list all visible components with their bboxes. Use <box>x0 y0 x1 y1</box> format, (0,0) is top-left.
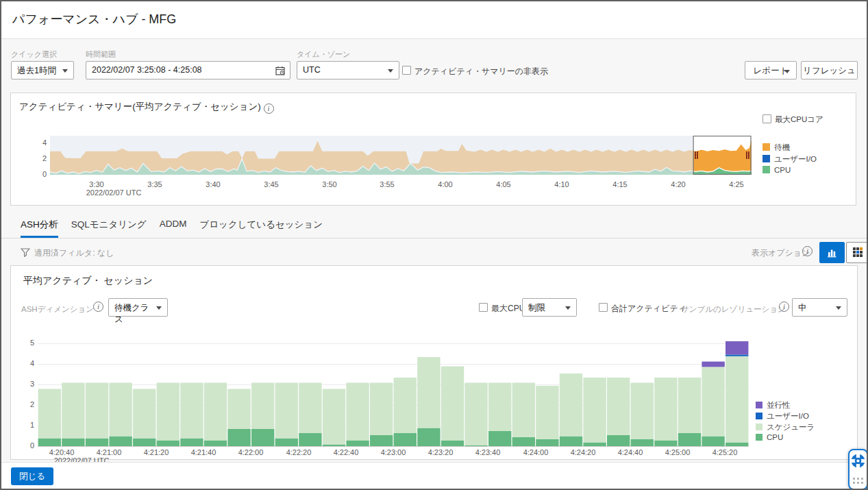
sample-resolution-dropdown[interactable]: 中 <box>792 298 847 317</box>
sample-resolution-value: 中 <box>798 303 807 313</box>
hide-activity-summary-checkbox[interactable] <box>402 66 411 75</box>
x-tick-label: 4:20 <box>671 180 685 188</box>
x-tick-label: 4:22:20 <box>286 448 312 456</box>
report-button-label: レポート <box>754 66 789 75</box>
legend-label: 並行性 <box>767 401 791 409</box>
refresh-button[interactable]: リフレッシュ <box>801 61 858 79</box>
timezone-label: タイム・ゾーン <box>297 49 350 60</box>
chevron-down-icon <box>388 69 393 73</box>
timezone-value: UTC <box>303 65 321 75</box>
x-tick-label: 4:24:00 <box>523 448 549 456</box>
assistant-widget[interactable] <box>848 449 868 490</box>
ash-bar-chart-svg[interactable] <box>38 340 749 447</box>
time-range-input[interactable]: 2022/02/07 3:25:08 - 4:25:08 <box>86 61 290 79</box>
display-options-label: 表示オプション <box>752 247 810 259</box>
x-tick-label: 3:40 <box>206 180 220 188</box>
legend-item: スケジューラ <box>756 422 815 432</box>
load-map-icon <box>852 247 863 258</box>
quick-select-dropdown[interactable]: 過去1時間 <box>11 61 74 79</box>
legend-label: ユーザーI/O <box>774 155 817 163</box>
y-tick-label: 4 <box>26 138 47 147</box>
tab-blocking-sessions[interactable]: ブロックしているセッション <box>199 219 323 238</box>
legend-swatch <box>756 424 762 430</box>
info-icon[interactable]: i <box>264 103 274 114</box>
info-icon[interactable]: i <box>802 246 813 256</box>
timezone-dropdown[interactable]: UTC <box>297 61 399 79</box>
x-tick-label: 3:45 <box>264 180 278 188</box>
legend-item: CPU <box>756 433 783 441</box>
x-axis-sublabel: 2022/02/07 UTC <box>86 188 142 197</box>
total-activity-label: 合計アクティビティ <box>611 303 686 315</box>
x-tick-label: 4:21:40 <box>191 448 216 456</box>
header: パフォーマンス・ハブ - MFG <box>1 1 867 39</box>
x-tick-label: 3:55 <box>380 180 394 188</box>
drag-handle-dots[interactable] <box>853 478 863 484</box>
max-cpu-limit-value: 制限 <box>528 303 545 313</box>
y-tick-label: 2 <box>14 400 34 408</box>
ash-dimension-label: ASHディメンション <box>21 304 94 315</box>
max-cpu-limit-dropdown[interactable]: 制限 <box>522 298 577 317</box>
chevron-down-icon <box>784 70 790 73</box>
time-range-value: 2022/02/07 3:25:08 - 4:25:08 <box>92 65 202 75</box>
ash-bar-chart[interactable] <box>38 340 749 447</box>
report-button[interactable]: レポート <box>745 61 797 79</box>
x-tick-label: 4:05 <box>496 180 510 188</box>
legend-label: CPU <box>774 166 791 174</box>
footer-bar: 閉じる <box>1 462 867 490</box>
x-tick-label: 4:25:20 <box>712 448 738 456</box>
chevron-down-icon <box>156 306 162 310</box>
calendar-icon[interactable] <box>275 66 286 76</box>
y-tick-label: 5 <box>14 339 34 347</box>
activity-summary-title: アクティビティ・サマリー(平均アクティブ・セッション) i <box>19 101 274 114</box>
info-icon[interactable]: i <box>779 302 789 312</box>
y-tick-label: 2 <box>26 154 47 162</box>
chart-view-toggle-button[interactable] <box>819 242 845 263</box>
tab-ash-analytics[interactable]: ASH分析 <box>21 219 58 238</box>
legend-swatch <box>762 143 770 151</box>
x-tick-label: 3:30 <box>89 180 103 188</box>
load-map-view-toggle-button[interactable] <box>846 242 868 263</box>
quick-select-label: クイック選択 <box>11 49 57 60</box>
x-tick-label: 4:21:00 <box>97 448 122 456</box>
legend-swatch <box>756 434 762 441</box>
tab-bar: ASH分析SQLモニタリングADDMブロックしているセッション <box>1 219 867 238</box>
tab-addm[interactable]: ADDM <box>160 219 187 238</box>
max-cpu-core-checkbox[interactable] <box>762 114 771 123</box>
x-tick-label: 4:20:40 <box>49 448 75 456</box>
activity-summary-card: アクティビティ・サマリー(平均アクティブ・セッション) i 最大CPUコア 02… <box>10 93 856 206</box>
activity-summary-title-text: アクティビティ・サマリー(平均アクティブ・セッション) <box>19 101 261 112</box>
x-tick-label: 4:23:20 <box>428 448 454 456</box>
sample-resolution-label: サンプルのレゾリューション <box>681 304 786 315</box>
x-tick-label: 4:15 <box>612 180 627 188</box>
info-icon[interactable]: i <box>93 302 103 312</box>
x-tick-label: 4:24:20 <box>571 448 596 456</box>
quick-select-value: 過去1時間 <box>17 66 56 75</box>
x-tick-label: 4:22:40 <box>334 448 359 456</box>
x-tick-label: 4:21:20 <box>144 448 169 456</box>
ash-dimension-dropdown[interactable]: 待機クラス <box>108 298 168 317</box>
x-tick-label: 4:24:40 <box>618 448 643 456</box>
applied-filter-text: 適用済フィルタ: なし <box>34 247 114 259</box>
total-activity-checkbox[interactable] <box>599 303 608 312</box>
x-tick-label: 4:22:00 <box>238 448 264 456</box>
max-cpu-label: 最大CPU <box>491 303 525 315</box>
close-button[interactable]: 閉じる <box>11 467 53 485</box>
activity-area-chart[interactable] <box>50 136 752 175</box>
legend-swatch <box>756 413 762 419</box>
legend-item: ユーザーI/O <box>762 154 817 164</box>
x-tick-label: 4:00 <box>438 180 452 188</box>
max-cpu-checkbox[interactable] <box>479 303 488 312</box>
x-tick-label: 3:35 <box>147 180 162 188</box>
legend-swatch <box>762 166 770 173</box>
legend-item: CPU <box>762 166 791 174</box>
activity-area-chart-svg[interactable] <box>50 136 752 175</box>
page-title: パフォーマンス・ハブ - MFG <box>12 11 176 27</box>
chevron-down-icon <box>565 306 571 310</box>
ash-chart-title: 平均アクティブ・ セッション <box>23 275 153 287</box>
tab-sql-monitoring[interactable]: SQLモニタリング <box>71 219 147 238</box>
life-ring-icon[interactable] <box>850 453 866 469</box>
x-tick-label: 4:23:40 <box>475 448 501 456</box>
legend-swatch <box>762 155 770 162</box>
x-tick-label: 4:10 <box>554 180 569 188</box>
x-tick-label: 4:23:00 <box>381 448 406 456</box>
